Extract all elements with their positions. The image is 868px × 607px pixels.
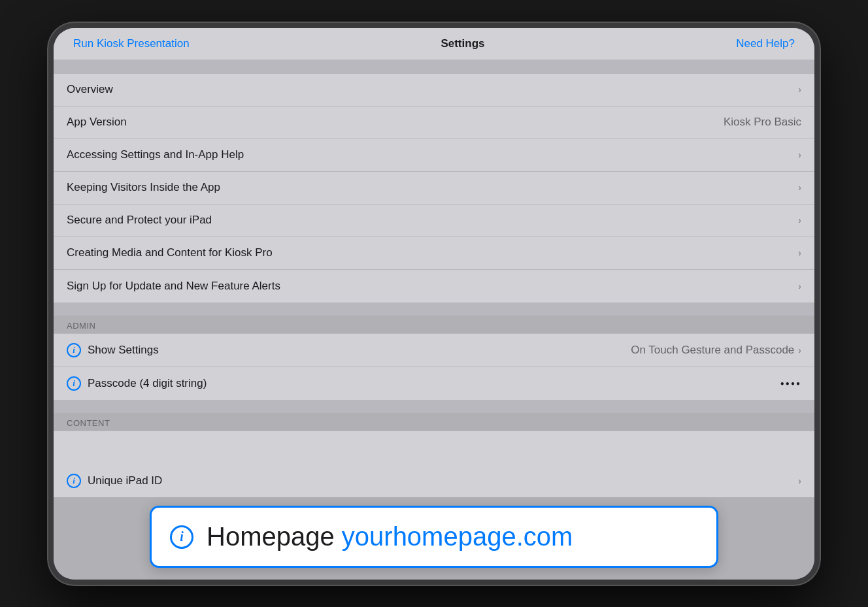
show-settings-value: On Touch Gesture and Passcode — [631, 344, 794, 357]
keeping-visitors-label: Keeping Visitors Inside the App — [67, 181, 220, 194]
group-gap-admin — [54, 303, 814, 316]
passcode-info-icon[interactable]: i — [67, 376, 81, 391]
row-accessing-settings[interactable]: Accessing Settings and In-App Help › — [54, 139, 814, 172]
row-keeping-visitors[interactable]: Keeping Visitors Inside the App › — [54, 172, 814, 205]
row-passcode[interactable]: i Passcode (4 digit string) ●●●● — [54, 367, 814, 400]
row-secure-protect[interactable]: Secure and Protect your iPad › — [54, 205, 814, 237]
homepage-value: yourhomepage.com — [696, 441, 794, 454]
group-gap-top — [54, 60, 814, 73]
content-section-header: CONTENT — [54, 413, 814, 431]
nav-left-button[interactable]: Run Kiosk Presentation — [73, 37, 190, 50]
admin-section-header: ADMIN — [54, 316, 814, 333]
row-show-settings[interactable]: i Show Settings On Touch Gesture and Pas… — [54, 334, 814, 367]
app-version-label: App Version — [67, 116, 127, 129]
accessing-settings-chevron: › — [798, 150, 801, 160]
unique-ipad-id-info-icon[interactable]: i — [67, 474, 81, 488]
accessing-settings-label: Accessing Settings and In-App Help — [67, 148, 244, 161]
row-sign-up[interactable]: Sign Up for Update and New Feature Alert… — [54, 270, 814, 303]
homepage-popup-text: Homepage yourhomepage.com — [207, 522, 573, 551]
row-overview[interactable]: Overview › — [54, 74, 814, 107]
admin-section: i Show Settings On Touch Gesture and Pas… — [54, 333, 814, 400]
group-gap-content — [54, 400, 814, 413]
unique-ipad-id-label: Unique iPad ID — [88, 474, 162, 487]
unique-ipad-id-chevron: › — [798, 476, 801, 486]
app-version-value: Kiosk Pro Basic — [724, 116, 801, 129]
overview-chevron: › — [798, 84, 801, 95]
show-settings-label: Show Settings — [88, 344, 159, 357]
homepage-info-icon[interactable]: i — [67, 440, 81, 455]
homepage-popup[interactable]: i Homepage yourhomepage.com — [150, 506, 718, 568]
secure-protect-chevron: › — [798, 215, 801, 225]
homepage-popup-label: Homepage — [207, 522, 335, 551]
nav-title: Settings — [441, 37, 484, 50]
show-settings-info-icon[interactable]: i — [67, 343, 81, 357]
menu-section: Overview › App Version Kiosk Pro Basic — [54, 73, 814, 303]
screen: Run Kiosk Presentation Settings Need Hel… — [54, 28, 814, 580]
homepage-popup-info-icon[interactable]: i — [170, 525, 193, 549]
nav-right-button[interactable]: Need Help? — [736, 37, 795, 50]
overview-label: Overview — [67, 83, 113, 96]
settings-list: Overview › App Version Kiosk Pro Basic — [54, 60, 814, 580]
homepage-popup-url[interactable]: yourhomepage.com — [342, 522, 573, 551]
creating-media-label: Creating Media and Content for Kiosk Pro — [67, 246, 273, 259]
homepage-label: Homepage — [88, 441, 142, 454]
row-app-version[interactable]: App Version Kiosk Pro Basic — [54, 107, 814, 139]
secure-protect-label: Secure and Protect your iPad — [67, 214, 212, 227]
passcode-label: Passcode (4 digit string) — [88, 377, 207, 390]
row-creating-media[interactable]: Creating Media and Content for Kiosk Pro… — [54, 237, 814, 270]
content-section: i Homepage yourhomepage.com › i Unique i… — [54, 431, 814, 497]
main-content: Overview › App Version Kiosk Pro Basic — [54, 60, 814, 580]
ipad-frame: Run Kiosk Presentation Settings Need Hel… — [48, 23, 820, 585]
passcode-dots: ●●●● — [780, 380, 801, 387]
row-unique-ipad-id[interactable]: i Unique iPad ID › — [54, 465, 814, 497]
creating-media-chevron: › — [798, 248, 801, 258]
nav-bar: Run Kiosk Presentation Settings Need Hel… — [54, 28, 814, 60]
show-settings-chevron: › — [798, 345, 801, 355]
sign-up-chevron: › — [798, 281, 801, 291]
keeping-visitors-chevron: › — [798, 182, 801, 193]
sign-up-label: Sign Up for Update and New Feature Alert… — [67, 280, 280, 293]
homepage-chevron: › — [798, 442, 801, 453]
